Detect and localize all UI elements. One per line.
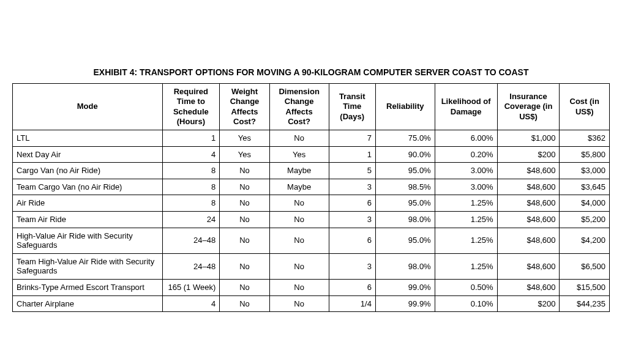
cell-transit-time: 6: [329, 195, 375, 212]
cell-transit-time: 3: [329, 211, 375, 228]
cell-required-time: 24: [162, 211, 220, 228]
cell-weight-change: No: [220, 163, 270, 179]
cell-insurance: $48,600: [497, 228, 560, 253]
cell-reliability: 98.5%: [375, 179, 435, 195]
cell-cost: $4,200: [560, 228, 610, 253]
cell-required-time: 8: [162, 179, 220, 195]
header-row: Mode Required Time to Schedule (Hours) W…: [13, 84, 610, 130]
cell-mode: Team Cargo Van (no Air Ride): [13, 179, 163, 195]
cell-reliability: 95.0%: [375, 195, 435, 212]
cell-likelihood-damage: 3.00%: [435, 163, 497, 179]
col-transit-time: Transit Time (Days): [329, 84, 375, 130]
cell-transit-time: 6: [329, 279, 375, 295]
cell-mode: Next Day Air: [13, 146, 163, 163]
cell-transit-time: 3: [329, 253, 375, 279]
cell-dimension-change: No: [269, 228, 329, 253]
cell-weight-change: No: [220, 279, 270, 295]
cell-mode: LTL: [13, 130, 163, 147]
col-likelihood-damage: Likelihood of Damage: [435, 84, 497, 130]
table-row: High-Value Air Ride with Security Safegu…: [13, 228, 610, 253]
cell-dimension-change: No: [269, 211, 329, 228]
cell-insurance: $200: [497, 146, 560, 163]
cell-insurance: $48,600: [497, 279, 560, 295]
cell-transit-time: 6: [329, 228, 375, 253]
cell-reliability: 98.0%: [375, 211, 435, 228]
cell-reliability: 95.0%: [375, 163, 435, 179]
cell-transit-time: 3: [329, 179, 375, 195]
cell-likelihood-damage: 1.25%: [435, 228, 497, 253]
cell-transit-time: 7: [329, 130, 375, 147]
cell-likelihood-damage: 1.25%: [435, 195, 497, 212]
cell-required-time: 24–48: [162, 228, 220, 253]
cell-likelihood-damage: 6.00%: [435, 130, 497, 147]
cell-reliability: 99.0%: [375, 279, 435, 295]
cell-dimension-change: No: [269, 130, 329, 147]
cell-transit-time: 5: [329, 163, 375, 179]
cell-reliability: 95.0%: [375, 228, 435, 253]
cell-weight-change: No: [220, 179, 270, 195]
cell-likelihood-damage: 1.25%: [435, 253, 497, 279]
cell-dimension-change: No: [269, 253, 329, 279]
cell-dimension-change: No: [269, 295, 329, 312]
cell-transit-time: 1: [329, 146, 375, 163]
cell-mode: High-Value Air Ride with Security Safegu…: [13, 228, 163, 253]
table-row: Brinks-Type Armed Escort Transport165 (1…: [13, 279, 610, 295]
table-row: Cargo Van (no Air Ride)8NoMaybe595.0%3.0…: [13, 163, 610, 179]
cell-mode: Charter Airplane: [13, 295, 163, 312]
transport-options-table: Mode Required Time to Schedule (Hours) W…: [12, 83, 610, 312]
cell-dimension-change: No: [269, 279, 329, 295]
cell-required-time: 4: [162, 295, 220, 312]
cell-likelihood-damage: 0.50%: [435, 279, 497, 295]
col-insurance: Insurance Coverage (in US$): [497, 84, 560, 130]
table-row: Team Cargo Van (no Air Ride)8NoMaybe398.…: [13, 179, 610, 195]
table-row: Team Air Ride24NoNo398.0%1.25%$48,600$5,…: [13, 211, 610, 228]
table-row: Charter Airplane4NoNo1/499.9%0.10%$200$4…: [13, 295, 610, 312]
cell-dimension-change: Maybe: [269, 179, 329, 195]
cell-reliability: 90.0%: [375, 146, 435, 163]
col-dimension-change: Dimension Change Affects Cost?: [269, 84, 329, 130]
cell-cost: $3,645: [560, 179, 610, 195]
cell-cost: $5,200: [560, 211, 610, 228]
cell-insurance: $48,600: [497, 179, 560, 195]
cell-transit-time: 1/4: [329, 295, 375, 312]
cell-mode: Cargo Van (no Air Ride): [13, 163, 163, 179]
cell-cost: $3,000: [560, 163, 610, 179]
cell-reliability: 75.0%: [375, 130, 435, 147]
cell-cost: $44,235: [560, 295, 610, 312]
exhibit-title: EXHIBIT 4: TRANSPORT OPTIONS FOR MOVING …: [12, 67, 610, 77]
cell-insurance: $48,600: [497, 163, 560, 179]
cell-weight-change: No: [220, 228, 270, 253]
cell-required-time: 24–48: [162, 253, 220, 279]
table-header: Mode Required Time to Schedule (Hours) W…: [13, 84, 610, 130]
cell-dimension-change: Yes: [269, 146, 329, 163]
cell-mode: Team Air Ride: [13, 211, 163, 228]
table-row: Next Day Air4YesYes190.0%0.20%$200$5,800: [13, 146, 610, 163]
cell-cost: $15,500: [560, 279, 610, 295]
cell-mode: Brinks-Type Armed Escort Transport: [13, 279, 163, 295]
cell-insurance: $200: [497, 295, 560, 312]
col-cost: Cost (in US$): [560, 84, 610, 130]
cell-required-time: 4: [162, 146, 220, 163]
cell-reliability: 98.0%: [375, 253, 435, 279]
table-row: LTL1YesNo775.0%6.00%$1,000$362: [13, 130, 610, 147]
cell-weight-change: Yes: [220, 146, 270, 163]
cell-required-time: 8: [162, 163, 220, 179]
cell-dimension-change: No: [269, 195, 329, 212]
cell-insurance: $48,600: [497, 211, 560, 228]
cell-required-time: 165 (1 Week): [162, 279, 220, 295]
cell-cost: $362: [560, 130, 610, 147]
cell-likelihood-damage: 0.20%: [435, 146, 497, 163]
cell-dimension-change: Maybe: [269, 163, 329, 179]
cell-mode: Air Ride: [13, 195, 163, 212]
cell-required-time: 8: [162, 195, 220, 212]
table-body: LTL1YesNo775.0%6.00%$1,000$362Next Day A…: [13, 130, 610, 312]
cell-weight-change: No: [220, 195, 270, 212]
cell-reliability: 99.9%: [375, 295, 435, 312]
table-row: Air Ride8NoNo695.0%1.25%$48,600$4,000: [13, 195, 610, 212]
cell-likelihood-damage: 1.25%: [435, 211, 497, 228]
cell-weight-change: No: [220, 253, 270, 279]
cell-cost: $6,500: [560, 253, 610, 279]
col-mode: Mode: [13, 84, 163, 130]
cell-insurance: $48,600: [497, 253, 560, 279]
table-row: Team High-Value Air Ride with Security S…: [13, 253, 610, 279]
